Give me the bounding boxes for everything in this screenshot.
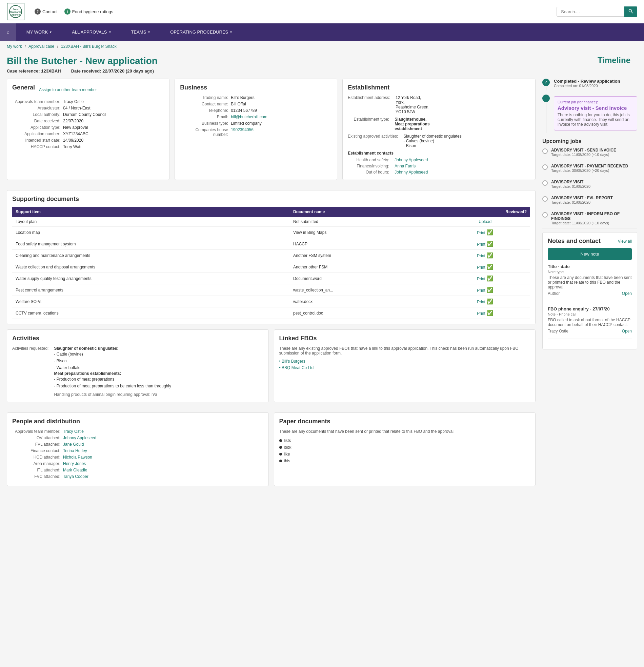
print-link[interactable]: Print [477, 254, 485, 258]
field-label: Contact name: [180, 102, 231, 107]
person-link[interactable]: Tanya Cooper [63, 474, 88, 479]
top-cards-row: General Assign to another team member Ap… [7, 79, 535, 185]
search-input[interactable] [557, 7, 624, 17]
reviewed-check: ✅ [486, 241, 493, 247]
upcoming-date: Target date: 01/08/2020 [551, 184, 591, 189]
upcoming-item: ADVISORY VISIT - INFORM FBO OF FINDINGS … [542, 211, 637, 229]
date-received: Date received: 22/07/2020 (20 days ago) [71, 68, 154, 74]
doc-name: pest_control.doc [290, 307, 440, 319]
new-note-button[interactable]: New note [548, 248, 632, 260]
breadcrumb-approval-case[interactable]: Approval case [29, 44, 54, 49]
field-label: Companies house number: [180, 127, 231, 137]
estab-ooh-value[interactable]: Johnny Appleseed [395, 170, 428, 175]
view-all-link[interactable]: View all [618, 239, 632, 244]
reviewed-check: ✅ [486, 264, 493, 270]
people-card: People and distribution Approvals team m… [7, 412, 269, 486]
field-value: 22/07/2020 [63, 119, 164, 124]
timeline-section: ✓ Completed - Review application Complet… [542, 79, 637, 133]
upcoming-items: ADVISORY VISIT - SEND INVOICE Target dat… [542, 148, 637, 229]
nav-operating-procedures[interactable]: OPERATING PROCEDURES ▾ [160, 23, 242, 41]
slaughter-item-3: Water buffalo [54, 364, 171, 371]
note2-open[interactable]: Open [622, 329, 632, 334]
doc-item: Food safety management system [12, 238, 290, 250]
print-link[interactable]: Print [477, 299, 485, 304]
slaughter-item-2: Bison [54, 358, 171, 364]
print-link[interactable]: Print [477, 230, 485, 235]
nav-home[interactable]: ⌂ [0, 23, 16, 41]
print-link[interactable]: Print [477, 265, 485, 270]
my-work-chevron: ▾ [50, 30, 51, 34]
nav-my-work[interactable]: MY WORK ▾ [16, 23, 62, 41]
upcoming-dot [542, 164, 548, 170]
print-link[interactable]: Print [477, 311, 485, 316]
breadcrumb-case-name[interactable]: 123XBAH - Bill's Burger Shack [61, 44, 117, 49]
contact-link[interactable]: ? Contact [35, 9, 58, 15]
people-field-row: FVC attached:Tanya Cooper [12, 474, 263, 479]
table-row: Cleaning and maintenance arrangementsAno… [12, 250, 530, 261]
person-link[interactable]: Tracy Ostle [63, 429, 84, 434]
establishment-title: Establishment [348, 84, 530, 91]
field-value: Tanya Cooper [63, 474, 263, 479]
note-item-1: Title - date Note type These are any doc… [548, 264, 632, 301]
linked-fbos-desc: These are any existing approved FBOs tha… [279, 346, 530, 356]
linked-fbo-1[interactable]: Bill's Burgers [279, 359, 530, 364]
doc-name: water.docx [290, 296, 440, 307]
estab-finance-label: Finance/invoicing: [348, 164, 392, 168]
estab-address-label: Establishment address: [348, 95, 393, 114]
upcoming-date: Target date: 30/08/2020 (+20 days) [551, 168, 628, 173]
print-link[interactable]: Print [477, 288, 485, 293]
upload-link[interactable]: Upload [479, 219, 492, 224]
note2-footer: Tracy Ostle Open [548, 329, 632, 334]
field-label: Trading name: [180, 95, 231, 100]
people-field-row: Area manager:Henry Jones [12, 461, 263, 466]
person-link[interactable]: Nichola Pawson [63, 455, 92, 459]
breadcrumb: My work / Approval case / 123XBAH - Bill… [0, 41, 644, 52]
estab-contacts-title: Establishment contacts [348, 151, 530, 156]
nav-teams[interactable]: TEAMS ▾ [121, 23, 160, 41]
print-link[interactable]: Print [477, 277, 485, 281]
print-link[interactable]: Print [477, 242, 485, 247]
general-field-row: Intended start date:14/09/2020 [12, 138, 164, 143]
slaughter-list: Cattle (bovine) Bison Water buffalo [54, 351, 171, 371]
logo-box: Food Standards Agency [7, 3, 25, 20]
person-link[interactable]: Johnny Appleseed [63, 436, 96, 440]
top-links: ? Contact i Food hygiene ratings [35, 9, 113, 15]
general-field-row: Application number:XYZ1234ABC [12, 131, 164, 136]
estab-hs-value[interactable]: Johnny Appleseed [395, 158, 428, 162]
food-hygiene-link[interactable]: i Food hygiene ratings [64, 9, 113, 15]
linked-fbos-card: Linked FBOs These are any existing appro… [274, 329, 536, 402]
field-label: Application number: [12, 131, 63, 136]
field-value: Terry Watt [63, 144, 164, 149]
field-value: XYZ1234ABC [63, 131, 164, 136]
search-button[interactable] [624, 6, 637, 17]
breadcrumb-my-work[interactable]: My work [7, 44, 22, 49]
home-icon: ⌂ [7, 30, 10, 35]
person-link[interactable]: Jane Gould [63, 442, 84, 447]
assign-link[interactable]: Assign to another team member [39, 87, 97, 92]
note2-type: Note - Phone call [548, 312, 632, 316]
person-link[interactable]: Henry Jones [63, 461, 86, 466]
field-label: Finance contact: [12, 449, 63, 453]
bullet-dot [279, 439, 282, 442]
note1-open[interactable]: Open [622, 291, 632, 296]
activities-title: Activities [12, 335, 263, 342]
business-link[interactable]: bill@butcherbill.com [231, 115, 268, 119]
notes-card: Notes and contact View all New note Titl… [542, 232, 637, 349]
general-field-row: Approvals team member:Tracy Ostle [12, 99, 164, 104]
note1-footer: Author Open [548, 291, 632, 296]
business-link[interactable]: 1902394056 [231, 127, 254, 132]
field-value: Durham County Council [63, 112, 164, 117]
estab-hs-row: Health and safety: Johnny Appleseed [348, 158, 530, 162]
upcoming-label: ADVISORY VISIT - FVL REPORT [551, 196, 613, 200]
upcoming-section: Upcoming jobs ADVISORY VISIT - SEND INVO… [542, 138, 637, 229]
case-ref: Case reference: 123XBAH [7, 68, 61, 74]
svg-text:Agency: Agency [11, 14, 20, 16]
paper-list-item: this [279, 458, 530, 464]
person-link[interactable]: Terina Hurley [63, 449, 87, 453]
estab-finance-value[interactable]: Anna Farris [395, 164, 416, 168]
field-label: Intended start date: [12, 138, 63, 143]
person-link[interactable]: Mark Gleadle [63, 468, 87, 472]
linked-fbo-2[interactable]: BBQ Meat Co Ltd [279, 365, 530, 370]
nav-bar: ⌂ MY WORK ▾ ALL APPROVALS ▾ TEAMS ▾ OPER… [0, 23, 644, 41]
nav-all-approvals[interactable]: ALL APPROVALS ▾ [62, 23, 121, 41]
